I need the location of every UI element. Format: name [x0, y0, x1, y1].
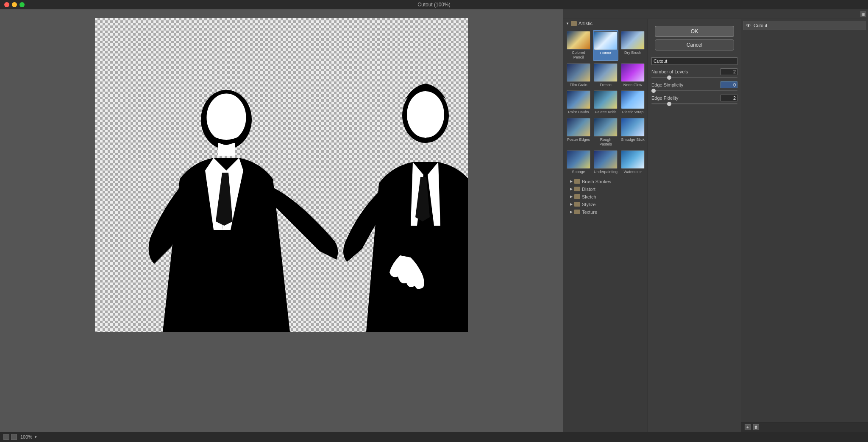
texture-label: Texture	[582, 210, 597, 215]
filter-paint-daubs[interactable]: Paint Daubs	[566, 90, 591, 115]
distort-category[interactable]: ▶ Distort	[563, 185, 648, 193]
filter-smudge-stick[interactable]: Smudge Stick	[620, 117, 645, 148]
texture-category[interactable]: ▶ Texture	[563, 208, 648, 216]
neon-glow-thumbnail	[621, 63, 645, 82]
filter-rough-pastels[interactable]: Rough Pastels	[593, 117, 618, 148]
filter-film-grain[interactable]: Film Grain	[566, 62, 591, 88]
edge-simplicity-slider-row	[651, 90, 737, 91]
rough-pastels-thumbnail	[594, 118, 618, 137]
top-row: ▦	[563, 9, 868, 19]
watercolor-thumbnail	[621, 150, 645, 169]
number-of-levels-label: Number of Levels	[651, 69, 688, 74]
edge-simplicity-slider-thumb[interactable]	[651, 89, 656, 93]
dry-brush-thumbnail	[621, 31, 645, 50]
filter-neon-glow[interactable]: Neon Glow	[620, 62, 645, 88]
sketch-folder	[574, 194, 580, 199]
plastic-wrap-thumbnail	[621, 90, 645, 109]
filter-underpainting[interactable]: Underpainting	[593, 149, 618, 175]
edge-fidelity-input[interactable]	[721, 95, 737, 101]
effect-entry-cutout: 👁 Cutout	[743, 21, 866, 30]
underpainting-thumbnail	[594, 150, 618, 169]
edge-simplicity-slider-track[interactable]	[651, 90, 737, 91]
poster-edges-thumbnail	[567, 118, 590, 137]
edge-simplicity-row: Edge Simplicity	[651, 81, 737, 88]
filter-poster-edges[interactable]: Poster Edges	[566, 117, 591, 148]
artistic-folder-icon	[571, 21, 577, 26]
brush-strokes-triangle: ▶	[570, 179, 573, 183]
filter-palette-knife[interactable]: Palette Knife	[593, 90, 618, 115]
cutout-thumbnail	[594, 31, 618, 50]
sketch-category[interactable]: ▶ Sketch	[563, 193, 648, 201]
edge-fidelity-row: Edge Fidelity	[651, 95, 737, 101]
canvas-image	[95, 18, 468, 332]
effects-bottom-bar: + 🗑	[741, 422, 868, 432]
filter-sponge[interactable]: Sponge	[566, 149, 591, 175]
neon-glow-label: Neon Glow	[623, 83, 643, 87]
expand-icon[interactable]: ▦	[860, 11, 866, 17]
minimize-button[interactable]	[12, 2, 17, 7]
filter-dry-brush[interactable]: Dry Brush	[620, 30, 645, 61]
fresco-label: Fresco	[600, 83, 612, 87]
bottom-icon-2	[11, 434, 17, 440]
edge-simplicity-label: Edge Simplicity	[651, 82, 683, 87]
plastic-wrap-label: Plastic Wrap	[622, 110, 643, 115]
artistic-category-header[interactable]: ▼ Artistic	[563, 19, 648, 28]
filter-dropdown-group: Cutout	[651, 57, 737, 65]
panels-row: ▼ Artistic Colored Pencil Cutout	[563, 19, 868, 432]
window-controls	[4, 2, 25, 7]
canvas-area	[0, 9, 563, 432]
paint-daubs-thumbnail	[567, 90, 590, 109]
number-of-levels-group: Number of Levels	[651, 68, 737, 78]
edge-simplicity-input[interactable]	[721, 81, 737, 88]
levels-slider-thumb[interactable]	[667, 76, 671, 80]
effect-eye-icon[interactable]: 👁	[746, 22, 751, 28]
number-of-levels-input[interactable]	[721, 68, 737, 75]
texture-triangle: ▶	[570, 210, 573, 214]
maximize-button[interactable]	[19, 2, 25, 7]
edge-fidelity-slider-track[interactable]	[651, 103, 737, 104]
stylize-category[interactable]: ▶ Stylize	[563, 201, 648, 208]
levels-slider-track[interactable]	[651, 77, 737, 78]
smudge-stick-label: Smudge Stick	[621, 137, 645, 142]
cutout-label: Cutout	[600, 51, 612, 56]
filter-fresco[interactable]: Fresco	[593, 62, 618, 88]
artwork-svg	[95, 18, 468, 332]
edge-simplicity-group: Edge Simplicity	[651, 81, 737, 91]
stylize-label: Stylize	[582, 202, 595, 207]
add-effect-button[interactable]: +	[745, 424, 751, 430]
effects-column: 👁 Cutout + 🗑	[741, 19, 868, 432]
zoom-display: 100% ▼	[20, 434, 37, 439]
stylize-folder	[574, 202, 580, 207]
smudge-stick-thumbnail	[621, 118, 645, 137]
edge-fidelity-slider-row	[651, 103, 737, 104]
bottom-icon-1	[3, 434, 9, 440]
brush-strokes-category[interactable]: ▶ Brush Strokes	[563, 178, 648, 185]
svg-point-4	[407, 91, 444, 138]
filter-cutout[interactable]: Cutout	[593, 30, 618, 61]
edge-fidelity-label: Edge Fidelity	[651, 95, 679, 101]
zoom-dropdown-icon[interactable]: ▼	[34, 435, 37, 439]
distort-folder	[574, 187, 580, 191]
ok-button[interactable]: OK	[655, 26, 734, 37]
film-grain-label: Film Grain	[570, 83, 587, 87]
main-content: ▦ ▼ Artistic Colored Pencil	[0, 9, 868, 432]
edge-fidelity-slider-thumb[interactable]	[667, 102, 671, 106]
film-grain-thumbnail	[567, 63, 590, 82]
cancel-button[interactable]: Cancel	[655, 39, 734, 50]
filter-dropdown[interactable]: Cutout	[651, 57, 737, 65]
sketch-label: Sketch	[582, 194, 596, 199]
filter-watercolor[interactable]: Watercolor	[620, 149, 645, 175]
sketch-triangle: ▶	[570, 195, 573, 199]
underpainting-label: Underpainting	[594, 170, 618, 174]
palette-knife-thumbnail	[594, 90, 618, 109]
filter-colored-pencil[interactable]: Colored Pencil	[566, 30, 591, 61]
colored-pencil-label: Colored Pencil	[567, 50, 590, 60]
filter-grid: Colored Pencil Cutout Dry Brush Film Gra…	[563, 28, 648, 178]
delete-effect-button[interactable]: 🗑	[753, 424, 759, 430]
window-title: Cutout (100%)	[417, 2, 450, 8]
close-button[interactable]	[4, 2, 9, 7]
number-of-levels-row: Number of Levels	[651, 68, 737, 75]
filter-plastic-wrap[interactable]: Plastic Wrap	[620, 90, 645, 115]
right-panel: ▦ ▼ Artistic Colored Pencil	[563, 9, 868, 432]
levels-slider-row	[651, 77, 737, 78]
